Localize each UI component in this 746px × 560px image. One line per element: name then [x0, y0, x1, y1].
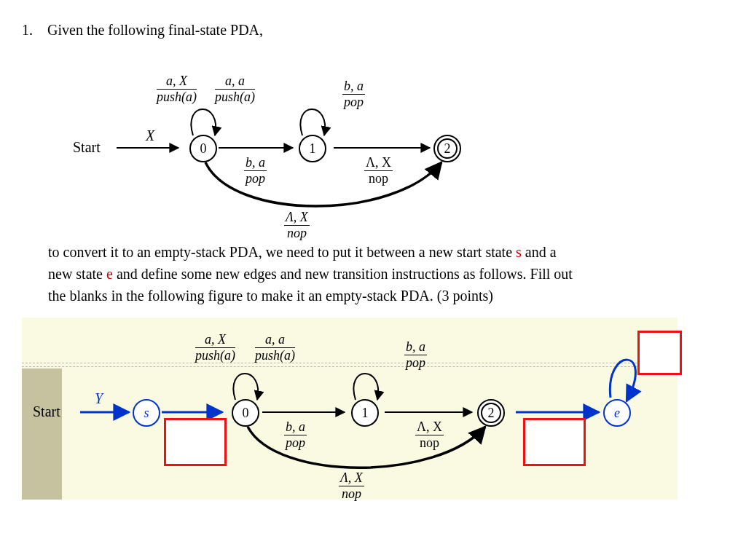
- state-s: s: [133, 399, 160, 427]
- start-label-1: Start: [73, 139, 101, 156]
- pda-figure-2: Start Y s 0 1 2 e a, Xpush(a) a, apush(a…: [22, 318, 692, 500]
- state-0: 0: [189, 135, 217, 162]
- stack-init-1: X: [146, 127, 154, 144]
- edge02-label: Λ, Xnop: [284, 210, 310, 241]
- loop0-right-label: a, apush(a): [215, 74, 255, 105]
- question-prompt: Given the following final-state PDA,: [47, 22, 263, 38]
- blank-s-to-0[interactable]: [164, 418, 227, 466]
- loop0-left-label-2: a, Xpush(a): [195, 332, 235, 363]
- state-1b: 1: [351, 399, 379, 427]
- middle-paragraph: to convert it to an empty-stack PDA, we …: [48, 241, 724, 307]
- blank-2-to-e[interactable]: [523, 418, 586, 466]
- edge12-label: Λ, Xnop: [364, 155, 393, 186]
- blank-e-loop[interactable]: [637, 331, 682, 375]
- edge01-label: b, apop: [244, 155, 267, 186]
- state-1: 1: [299, 135, 326, 162]
- loop1-label-2: b, apop: [404, 339, 427, 371]
- edge12-label-2: Λ, Xnop: [415, 419, 444, 451]
- loop0-left-label: a, Xpush(a): [157, 74, 197, 105]
- question-number: 1.: [22, 22, 44, 39]
- state-2-accept: 2: [433, 135, 461, 162]
- state-e: e: [603, 399, 631, 427]
- stack-init-2: Y: [95, 390, 103, 407]
- s-red: s: [516, 244, 522, 260]
- e-red: e: [106, 266, 113, 282]
- loop0-right-label-2: a, apush(a): [255, 332, 295, 363]
- state-2b: 2: [477, 399, 505, 427]
- edge01-label-2: b, apop: [284, 419, 307, 451]
- edge02-label-2: Λ, Xnop: [339, 470, 364, 502]
- loop1-label: b, apop: [342, 79, 365, 110]
- state-0b: 0: [232, 399, 259, 427]
- start-label-2: Start: [33, 403, 60, 420]
- pda-figure-1: Start X 0 1 2 a, Xpush(a) a, apush(a) b,…: [73, 46, 724, 235]
